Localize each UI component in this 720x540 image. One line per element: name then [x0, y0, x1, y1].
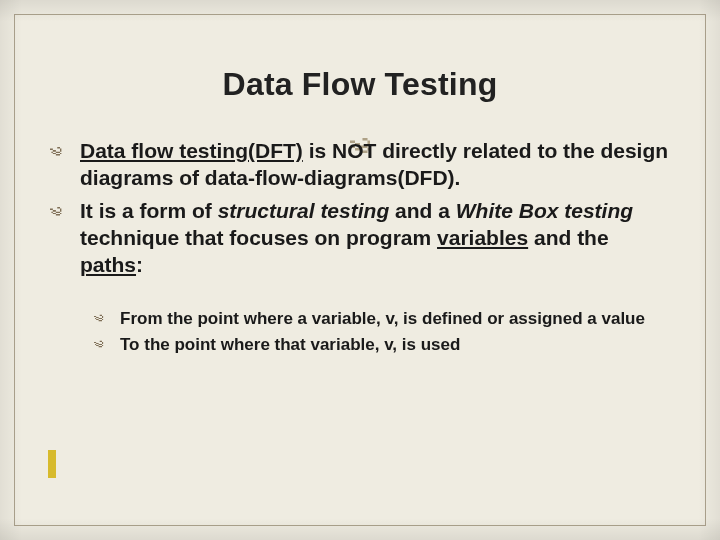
accent-box	[48, 450, 56, 478]
text-segment: Data flow testing(DFT)	[80, 139, 303, 162]
text-segment: White Box testing	[456, 199, 633, 222]
slide-body: ༄ Data flow testing(DFT) is NOT directly…	[50, 138, 670, 361]
slide: Data Flow Testing ༄ ༄ Data flow testing(…	[0, 0, 720, 540]
list-item-text: It is a form of structural testing and a…	[80, 199, 633, 276]
text-segment: structural testing	[218, 199, 390, 222]
list-item: ༄ Data flow testing(DFT) is NOT directly…	[50, 138, 670, 192]
text-segment: variables	[437, 226, 528, 249]
primary-list: ༄ Data flow testing(DFT) is NOT directly…	[50, 138, 670, 278]
bullet-icon: ༄	[50, 200, 61, 228]
list-item-text: To the point where that variable, v, is …	[120, 335, 460, 354]
text-segment: and the	[528, 226, 609, 249]
list-item: ༄ To the point where that variable, v, i…	[94, 334, 670, 356]
list-item-text: Data flow testing(DFT) is NOT directly r…	[80, 139, 668, 189]
list-item: ༄ It is a form of structural testing and…	[50, 198, 670, 279]
list-item-text: From the point where a variable, v, is d…	[120, 309, 645, 328]
bullet-icon: ༄	[94, 309, 103, 332]
text-segment: and a	[389, 199, 456, 222]
list-item: ༄ From the point where a variable, v, is…	[94, 308, 670, 330]
text-segment: technique that focuses on program	[80, 226, 437, 249]
text-segment: :	[136, 253, 143, 276]
text-segment: paths	[80, 253, 136, 276]
bullet-icon: ༄	[94, 335, 103, 358]
slide-title: Data Flow Testing	[0, 66, 720, 103]
text-segment: It is a form of	[80, 199, 218, 222]
bullet-icon: ༄	[50, 140, 61, 168]
secondary-list: ༄ From the point where a variable, v, is…	[94, 308, 670, 356]
